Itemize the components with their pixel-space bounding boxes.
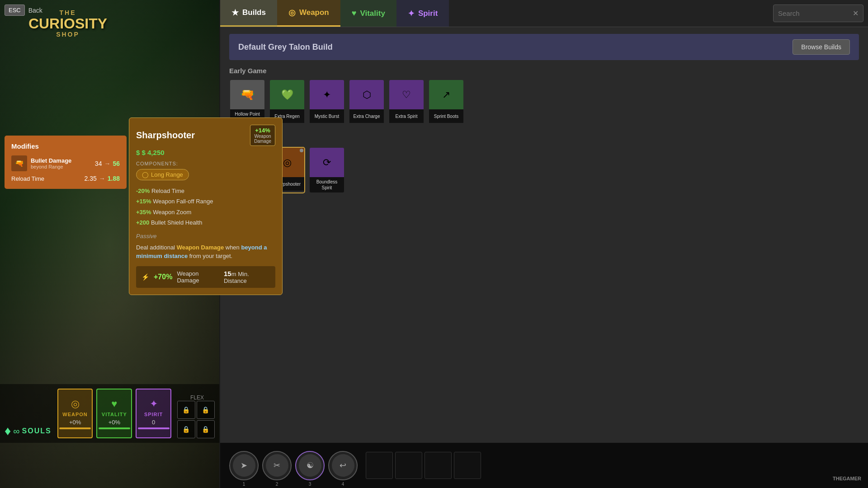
reload-label: Reload Time [11,175,44,182]
ss-stat-row-2: +15% Weapon Fall-off Range [136,196,275,206]
souls-display: ♦ ∞ SOULS [5,424,52,438]
weapon-label: Weapon [299,8,329,17]
ss-stat-row-4: +200 Bullet Shield Health [136,217,275,228]
vitality-stat-value: +0% [108,419,120,426]
sharpshooter-tooltip: Sharpshooter +14% Weapon Damage $ $ 4,25… [129,117,283,295]
arrow-icon-2: → [99,175,105,182]
action-slot-1[interactable]: ➤ 1 [229,451,259,480]
ss-badge-type: Weapon [254,134,271,139]
bullet-damage-values: 34 → 56 [95,160,120,167]
ss-title: Sharpshooter [136,130,195,141]
esc-button[interactable]: ESC [5,5,25,16]
component-label: Long Range [151,171,183,178]
item-mystic-burst[interactable]: ✦ Mystic Burst [309,79,345,126]
browse-builds-button[interactable]: Browse Builds [793,39,850,55]
action-icon-1: ➤ [233,454,255,477]
build-title: Default Grey Talon Build [238,42,333,52]
inv-slot-2[interactable]: 🔒 [197,401,215,419]
tab-vitality[interactable]: ♥ Vitality [340,0,396,27]
ss-component-tag: ◯ Long Range [136,169,189,180]
arrow-icon: → [104,160,110,167]
vitality-tab-icon: ♥ [352,9,357,18]
dist-val: 15 [224,270,231,277]
reload-values: 2.35 → 1.88 [85,175,120,182]
mid-game-items: ✦ Soul Shredder Bullets ◎ Sharpshooter ⟳… [229,147,859,193]
ss-description: Deal additional Weapon Damage when beyon… [136,243,275,261]
empty-slot-2[interactable] [395,452,422,479]
vitality-stat-box: ♥ VITALITY +0% [96,389,132,438]
component-icon: ◯ [142,171,149,178]
watermark-text: THEGAMER [833,476,861,481]
build-header: Default Grey Talon Build Browse Builds [229,34,859,60]
ss-badge-label: Damage [254,139,271,144]
ss-bonus-label: Weapon Damage [177,270,219,284]
modifies-panel: Modifies 🔫 Bullet Damage beyond Range 34… [5,136,127,189]
vitality-icon: ♥ [111,398,117,410]
infinity-icon: ∞ [13,426,19,436]
empty-slot-3[interactable] [425,452,452,479]
sprint-boots-icon: ↗ [429,80,463,109]
item-extra-charge[interactable]: ⬡ Extra Charge [349,79,385,126]
item-sprint-boots[interactable]: ↗ Sprint Boots [428,79,464,126]
empty-slots-group [366,452,481,479]
bonus-arrow-icon: ⚡ [142,273,149,281]
ss-header: Sharpshooter +14% Weapon Damage [136,125,275,146]
lock-icon-3: 🔒 [182,426,190,433]
extra-charge-label: Extra Charge [349,109,384,123]
slot-num-2: 2 [276,482,278,487]
lock-icon-4: 🔒 [202,426,209,433]
ss-bonus-pct: +70% [154,273,172,281]
desc-weapon-damage: Weapon Damage [177,244,224,251]
tab-builds[interactable]: ★ Builds [220,0,277,27]
tab-spirit[interactable]: ✦ Spirit [396,0,449,27]
item-boundless-spirit[interactable]: ⟳ Boundless Spirit [309,147,345,193]
empty-slot-4[interactable] [454,452,481,479]
empty-slot-1[interactable] [366,452,393,479]
weapon-stat-label: WEAPON [62,412,88,417]
boundless-spirit-label: Boundless Spirit [310,177,344,192]
thegamer-watermark: THEGAMER [833,476,861,481]
close-icon[interactable]: ✕ [853,9,859,18]
content-area: Default Grey Talon Build Browse Builds E… [220,27,868,443]
action-slots-group: ➤ 1 ✂ 2 ☯ 3 ↩ 4 [229,451,358,480]
ss-badge: +14% Weapon Damage [250,125,275,146]
stat2-new: 1.88 [108,175,120,182]
ss-badge-pct: +14% [254,127,271,134]
extra-spirit-icon: ♡ [389,80,424,109]
search-input[interactable] [778,9,853,17]
weapon-icon: ◎ [71,398,80,410]
search-box[interactable]: ✕ [773,5,863,22]
mystic-burst-icon: ✦ [310,80,344,109]
tab-bar: ★ Builds ◎ Weapon ♥ Vitality ✦ Spirit ✕ [220,0,868,27]
extra-regen-icon: 💚 [270,80,304,109]
stat1-new: 56 [113,160,120,167]
bullet-damage-info: Bullet Damage beyond Range [31,157,71,169]
weapon-stat-box: ◎ WEAPON +0% [57,389,93,438]
spirit-label: Spirit [418,9,438,18]
ss-components-label: COMPONENTS: [136,161,275,166]
logo: THE CURIOSITY SHOP [23,9,113,38]
inv-slot-1[interactable]: 🔒 [177,401,195,419]
builds-label: Builds [242,8,266,17]
action-slot-4[interactable]: ↩ 4 [328,451,358,480]
inv-slot-3[interactable]: 🔒 [177,420,195,438]
ss-distance: 15m Min. Distance [224,270,270,284]
item-extra-spirit[interactable]: ♡ Extra Spirit [388,79,425,126]
action-icon-4: ↩ [332,454,354,477]
logo-shop: SHOP [23,31,113,38]
bullet-damage-sub: beyond Range [31,164,71,169]
inv-slot-4[interactable]: 🔒 [197,420,215,438]
price-symbol: $ [136,149,140,156]
action-slot-3[interactable]: ☯ 3 [295,451,325,480]
mystic-burst-label: Mystic Burst [310,109,344,123]
vitality-stat-bar [99,427,130,429]
weapon-stat-bar [59,427,91,429]
ss-price: $ $ 4,250 [136,149,275,156]
spirit-stat-value: 0 [152,419,155,426]
action-slot-2[interactable]: ✂ 2 [262,451,292,480]
stat1-old: 34 [95,160,102,167]
stats-bar: ♦ ∞ SOULS ◎ WEAPON +0% ♥ VITALITY +0% ✦ … [0,384,219,443]
bullet-damage-row: 🔫 Bullet Damage beyond Range 34 → 56 [11,155,120,171]
weapon-tab-icon: ◎ [288,8,296,18]
tab-weapon[interactable]: ◎ Weapon [277,0,340,27]
